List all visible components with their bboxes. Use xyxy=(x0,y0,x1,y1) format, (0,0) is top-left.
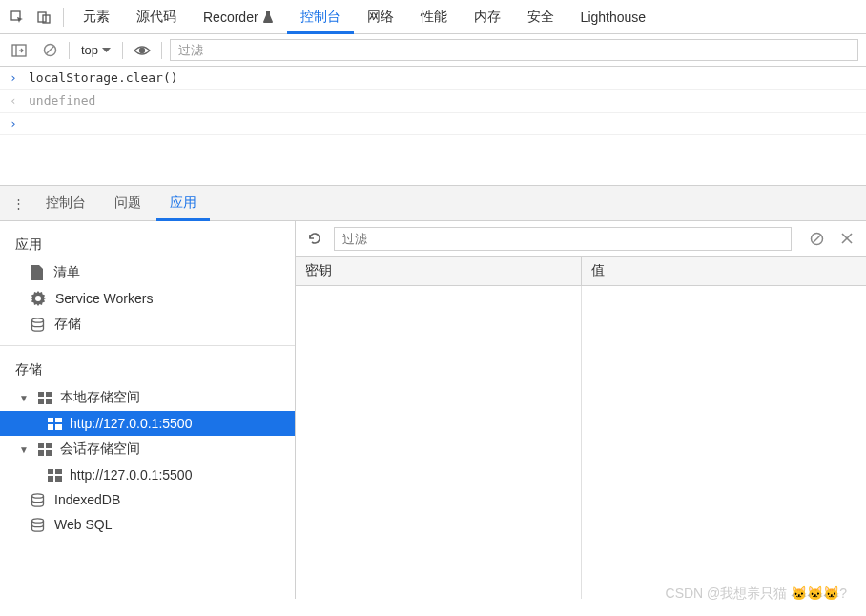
tab-memory[interactable]: 内存 xyxy=(461,0,514,34)
tab-console[interactable]: 控制台 xyxy=(287,0,354,34)
application-sidebar: 应用 清单 Service Workers 存储 存储 ▼ 本地存储空间 htt… xyxy=(0,221,296,599)
refresh-icon[interactable] xyxy=(303,227,326,250)
column-key[interactable]: 密钥 xyxy=(296,257,582,285)
database-icon xyxy=(31,493,45,507)
svg-point-7 xyxy=(140,48,145,52)
eye-icon[interactable] xyxy=(131,39,154,62)
console-filter-input[interactable] xyxy=(170,39,858,61)
file-icon xyxy=(31,265,44,280)
console-input-line[interactable]: › localStorage.clear() xyxy=(0,67,866,90)
sidebar-tree-session-storage-origin[interactable]: http://127.0.0.1:5500 xyxy=(0,462,295,487)
application-panel: 应用 清单 Service Workers 存储 存储 ▼ 本地存储空间 htt… xyxy=(0,221,866,599)
sidebar-item-indexeddb[interactable]: IndexedDB xyxy=(0,487,295,512)
indexeddb-label: IndexedDB xyxy=(54,492,120,507)
return-icon: ‹ xyxy=(8,93,19,108)
svg-rect-14 xyxy=(55,418,62,422)
svg-rect-19 xyxy=(38,450,44,456)
local-storage-label: 本地存储空间 xyxy=(60,389,140,406)
divider xyxy=(69,42,70,59)
device-toggle-icon[interactable] xyxy=(31,0,57,34)
svg-rect-23 xyxy=(48,476,53,482)
manifest-label: 清单 xyxy=(53,264,80,281)
clear-storage-icon[interactable] xyxy=(805,227,828,250)
tab-security[interactable]: 安全 xyxy=(514,0,567,34)
show-console-sidebar-icon[interactable] xyxy=(8,39,31,62)
svg-point-25 xyxy=(32,493,44,497)
sidebar-item-service-workers[interactable]: Service Workers xyxy=(0,286,295,311)
drawer-tabs: ⋮ 控制台 问题 应用 xyxy=(0,185,866,221)
local-storage-url: http://127.0.0.1:5500 xyxy=(70,416,192,431)
tab-network[interactable]: 网络 xyxy=(354,0,407,34)
svg-rect-18 xyxy=(46,443,52,448)
prompt-icon: › xyxy=(8,71,19,85)
storage-filter-input[interactable] xyxy=(334,227,792,251)
console-toolbar: top xyxy=(0,34,866,67)
svg-rect-12 xyxy=(46,399,52,404)
svg-point-8 xyxy=(32,318,44,321)
drawer-tab-console[interactable]: 控制台 xyxy=(32,185,99,221)
gear-icon xyxy=(31,291,46,306)
clear-console-icon[interactable] xyxy=(38,39,61,62)
key-column xyxy=(296,286,582,599)
sidebar-section-application: 应用 xyxy=(0,229,295,259)
console-prompt-line[interactable]: › xyxy=(0,113,866,135)
expand-arrow-icon: ▼ xyxy=(19,393,31,403)
svg-rect-20 xyxy=(46,450,52,456)
sidebar-item-websql[interactable]: Web SQL xyxy=(0,512,295,537)
svg-rect-17 xyxy=(38,443,44,448)
console-output-line: ‹ undefined xyxy=(0,90,866,113)
storage-label: 存储 xyxy=(54,316,81,333)
context-selector[interactable]: top xyxy=(77,43,114,57)
sidebar-section-storage: 存储 xyxy=(0,354,295,384)
svg-rect-11 xyxy=(38,399,44,404)
session-storage-url: http://127.0.0.1:5500 xyxy=(70,467,192,483)
svg-point-26 xyxy=(32,518,44,522)
grid-icon xyxy=(38,443,52,456)
sidebar-tree-local-storage[interactable]: ▼ 本地存储空间 xyxy=(0,384,295,411)
more-tabs-icon[interactable]: ⋮ xyxy=(8,196,31,211)
value-column xyxy=(582,286,867,599)
svg-rect-24 xyxy=(55,476,62,482)
svg-rect-21 xyxy=(48,469,53,474)
svg-rect-16 xyxy=(55,424,62,430)
tab-recorder-label: Recorder xyxy=(203,10,258,25)
chevron-down-icon xyxy=(102,48,111,53)
storage-table-body xyxy=(296,286,866,599)
console-gap xyxy=(0,135,866,185)
drawer-tab-issues[interactable]: 问题 xyxy=(101,185,155,221)
tab-recorder[interactable]: Recorder xyxy=(190,0,287,34)
sidebar-tree-session-storage[interactable]: ▼ 会话存储空间 xyxy=(0,436,295,462)
sidebar-tree-local-storage-origin[interactable]: http://127.0.0.1:5500 xyxy=(0,411,295,436)
session-storage-label: 会话存储空间 xyxy=(60,441,140,458)
devtools-main-toolbar: 元素 源代码 Recorder 控制台 网络 性能 内存 安全 Lighthou… xyxy=(0,0,866,34)
svg-rect-22 xyxy=(55,469,62,474)
tab-sources[interactable]: 源代码 xyxy=(123,0,190,34)
database-icon xyxy=(31,318,45,332)
grid-icon xyxy=(48,418,62,430)
column-value[interactable]: 值 xyxy=(582,257,867,285)
divider xyxy=(161,42,162,59)
svg-rect-10 xyxy=(46,392,52,397)
flask-icon xyxy=(262,10,274,24)
console-input-text: localStorage.clear() xyxy=(29,71,178,85)
svg-rect-1 xyxy=(38,12,46,22)
svg-line-6 xyxy=(46,47,53,54)
sidebar-divider xyxy=(0,345,295,346)
sidebar-item-manifest[interactable]: 清单 xyxy=(0,259,295,286)
divider xyxy=(122,42,123,59)
expand-arrow-icon: ▼ xyxy=(19,444,31,455)
svg-rect-15 xyxy=(48,424,53,430)
tab-performance[interactable]: 性能 xyxy=(407,0,461,34)
storage-toolbar xyxy=(296,221,866,256)
grid-icon xyxy=(48,469,62,482)
tab-elements[interactable]: 元素 xyxy=(70,0,123,34)
prompt-icon: › xyxy=(8,116,19,131)
sidebar-item-storage[interactable]: 存储 xyxy=(0,311,295,338)
tab-lighthouse[interactable]: Lighthouse xyxy=(567,0,660,34)
inspect-icon[interactable] xyxy=(4,0,31,34)
delete-icon[interactable] xyxy=(835,227,858,250)
svg-line-28 xyxy=(813,235,820,242)
websql-label: Web SQL xyxy=(54,517,112,532)
drawer-tab-application[interactable]: 应用 xyxy=(156,185,210,221)
console-output-text: undefined xyxy=(29,93,95,108)
